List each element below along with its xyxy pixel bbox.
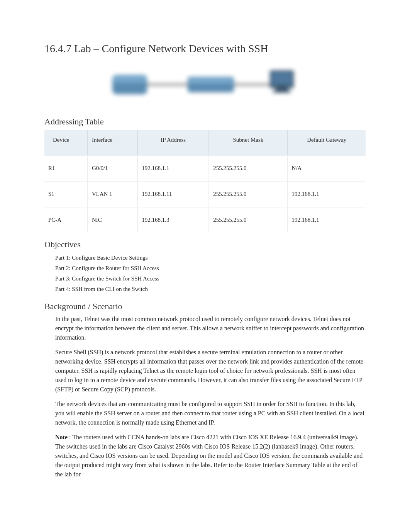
cell-ip: 192.168.1.3 (137, 207, 208, 233)
cell-ip: 192.168.1.1 (137, 155, 208, 181)
objectives-list: Part 1: Configure Basic Device Settings … (55, 253, 366, 294)
list-item: Part 1: Configure Basic Device Settings (55, 253, 366, 263)
background-paragraph: Secure Shell (SSH) is a network protocol… (55, 348, 366, 394)
background-heading: Background / Scenario (44, 301, 366, 311)
cell-interface: G0/0/1 (87, 155, 137, 181)
note-text: : The routers used with CCNA hands-on la… (55, 434, 363, 478)
topology-diagram (44, 63, 366, 110)
cell-interface: NIC (87, 207, 137, 233)
th-gateway: Default Gateway (287, 130, 366, 155)
cell-device: PC-A (44, 207, 87, 233)
background-paragraph: In the past, Telnet was the most common … (55, 314, 366, 342)
svg-rect-1 (113, 76, 146, 83)
objectives-heading: Objectives (44, 240, 366, 250)
svg-rect-8 (276, 88, 288, 90)
cell-device: R1 (44, 155, 87, 181)
background-paragraph: The network devices that are communicati… (55, 399, 366, 427)
svg-rect-4 (189, 78, 233, 83)
table-row: R1 G0/0/1 192.168.1.1 255.255.255.0 N/A (44, 155, 366, 181)
table-row: PC-A NIC 192.168.1.3 255.255.255.0 192.1… (44, 207, 366, 233)
cell-gateway: N/A (287, 155, 366, 181)
background-note: Note : The routers used with CCNA hands-… (55, 433, 366, 479)
table-row: S1 VLAN 1 192.168.1.11 255.255.255.0 192… (44, 181, 366, 207)
cell-mask: 255.255.255.0 (208, 207, 287, 233)
list-item: Part 2: Configure the Router for SSH Acc… (55, 263, 366, 274)
addressing-table: Device Interface IP Address Subnet Mask … (44, 130, 366, 233)
th-device: Device (44, 130, 87, 155)
cell-device: S1 (44, 181, 87, 207)
cell-ip: 192.168.1.11 (137, 181, 208, 207)
cell-gateway: 192.168.1.1 (287, 181, 366, 207)
cell-mask: 255.255.255.0 (208, 181, 287, 207)
note-label: Note (55, 434, 68, 440)
cell-interface: VLAN 1 (87, 181, 137, 207)
list-item: Part 3: Configure the Switch for SSH Acc… (55, 274, 366, 284)
table-header-row: Device Interface IP Address Subnet Mask … (44, 130, 366, 155)
cell-gateway: 192.168.1.1 (287, 207, 366, 233)
addressing-table-heading: Addressing Table (44, 117, 366, 127)
th-ip: IP Address (137, 130, 208, 155)
svg-rect-9 (273, 90, 291, 93)
th-interface: Interface (87, 130, 137, 155)
list-item: Part 4: SSH from the CLI on the Switch (55, 284, 366, 294)
svg-rect-7 (271, 72, 292, 85)
page-title: 16.4.7 Lab – Configure Network Devices w… (44, 42, 366, 55)
cell-mask: 255.255.255.0 (208, 155, 287, 181)
th-mask: Subnet Mask (208, 130, 287, 155)
document-page: 16.4.7 Lab – Configure Network Devices w… (0, 0, 410, 532)
topology-svg (105, 63, 305, 110)
